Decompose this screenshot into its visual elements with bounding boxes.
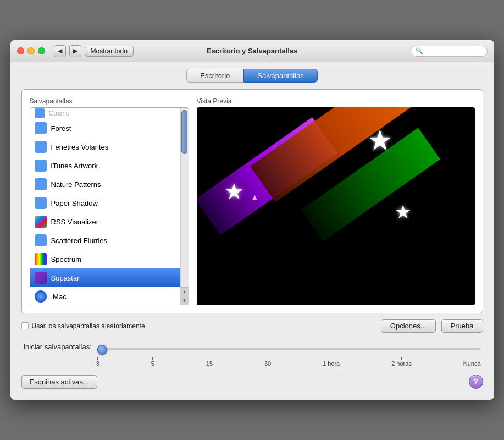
maximize-button[interactable] [38,47,45,54]
item-label: Scattered Flurries [51,237,108,245]
list-item[interactable]: .Mac [30,287,180,305]
tick-container: 3 5 15 30 [96,357,481,367]
star-bottom-right: ★ [395,201,411,223]
cursor-indicator: ▲ [251,193,259,202]
nav-controls: ◀ ▶ Mostrar todo [54,45,134,57]
item-label: Fenetres Volantes [51,143,109,151]
list-item-supastar[interactable]: Supastar [30,268,180,287]
tick-30: 30 [264,357,271,367]
close-button[interactable] [17,47,24,54]
item-icon [35,197,47,209]
slider-section: Iniciar salvapantallas: [21,343,483,367]
tick-never: Nunca [463,357,481,367]
tick-label: 5 [151,360,154,367]
tick-label: 2 horas [391,360,412,367]
item-label: iTunes Artwork [51,162,98,170]
content-area: Escritorio Salvapantallas Salvapantallas… [10,62,494,400]
preview-area: ★ ★ ★ ▲ [197,107,475,305]
item-label: Supastar [51,274,80,282]
main-panel: Salvapantallas Cosmo Forest [21,89,483,314]
item-icon [35,108,45,118]
item-icon [35,141,47,153]
list-item[interactable]: Scattered Flurries [30,231,180,250]
tab-salvapantallas[interactable]: Salvapantallas [243,69,318,82]
star-left: ★ [224,179,244,204]
item-icon [35,216,47,228]
tab-bar: Escritorio Salvapantallas [21,69,483,82]
item-label: .Mac [51,293,67,301]
tick-3: 3 [96,357,99,367]
tick-label: Nunca [463,360,481,367]
forward-button[interactable]: ▶ [69,45,81,57]
list-item[interactable]: Spectrum [30,250,180,268]
traffic-lights [17,47,45,54]
bottom-controls-row: Usar los salvapantallas aleatoriamente O… [21,319,483,333]
item-label: Cosmo [49,109,70,117]
corners-button[interactable]: Esquinas activas... [21,375,97,389]
tick-5: 5 [151,357,154,367]
list-item[interactable]: Paper Shadow [30,194,180,212]
item-icon [35,160,47,172]
titlebar: ◀ ▶ Mostrar todo Escritorio y Salvapanta… [10,40,494,62]
list-item[interactable]: Fenetres Volantes [30,138,180,156]
list-item[interactable]: Forest [30,119,180,138]
item-label: Nature Patterns [51,180,101,189]
item-icon [35,234,47,246]
item-label: Spectrum [51,255,82,263]
star-top-right: ★ [367,124,393,157]
list-item[interactable]: iTunes Artwork [30,156,180,175]
scrollbar[interactable]: ▲ ▼ [180,108,189,305]
item-label: RSS Visualizer [51,218,98,226]
tick-1h: 1 hora [323,357,340,367]
slider-track-wrapper [97,344,481,355]
random-checkbox[interactable] [21,322,29,329]
window-title: Escritorio y Salvapantallas [207,47,297,55]
show-all-button[interactable]: Mostrar todo [85,46,134,57]
random-checkbox-label: Usar los salvapantallas aleatoriamente [32,322,145,330]
slider-track [97,348,481,350]
minimize-button[interactable] [27,47,35,54]
tick-marks-row: 3 5 15 30 [96,357,481,367]
search-icon: 🔍 [416,47,423,54]
options-button[interactable]: Opciones... [381,319,436,333]
slider-thumb[interactable] [97,345,107,355]
item-icon [35,178,47,190]
list-item[interactable]: RSS Visualizer [30,212,180,231]
tab-escritorio[interactable]: Escritorio [186,69,243,82]
item-label: Forest [51,124,71,133]
left-panel: Salvapantallas Cosmo Forest [30,97,189,305]
tick-label: 30 [264,360,271,367]
item-icon [35,290,47,302]
tick-label: 15 [206,360,213,367]
slider-label: Iniciar salvapantallas: [24,343,92,351]
test-button[interactable]: Prueba [441,319,483,333]
list-item[interactable]: Cosmo [30,108,180,119]
scrollbar-track[interactable] [181,108,189,287]
tick-label: 3 [96,360,99,367]
screensaver-list[interactable]: Cosmo Forest Fenetres Volantes iTun [30,108,180,305]
scrollbar-thumb[interactable] [181,110,187,154]
item-icon [35,122,47,134]
list-label: Salvapantallas [30,97,189,105]
item-icon [35,253,47,265]
item-label: Paper Shadow [51,199,98,207]
preview-label: Vista Previa [197,97,475,105]
scroll-down-arrow[interactable]: ▼ [180,296,189,305]
tick-label: 1 hora [323,360,340,367]
footer-row: Esquinas activas... ? [21,375,483,389]
right-panel: Vista Previa ★ ★ ★ ▲ [197,97,475,305]
tick-15: 15 [206,357,213,367]
slider-row: Iniciar salvapantallas: [24,343,481,367]
item-icon [35,272,47,284]
scroll-up-arrow[interactable]: ▲ [180,287,189,296]
search-box[interactable]: 🔍 [411,46,488,57]
main-window: ◀ ▶ Mostrar todo Escritorio y Salvapanta… [10,40,494,400]
list-container: Cosmo Forest Fenetres Volantes iTun [30,107,189,305]
help-button[interactable]: ? [469,375,483,389]
back-button[interactable]: ◀ [54,45,66,57]
random-checkbox-row: Usar los salvapantallas aleatoriamente [21,322,375,330]
list-item[interactable]: Nature Patterns [30,175,180,194]
slider-container: 3 5 15 30 [97,343,481,367]
tick-2h: 2 horas [391,357,412,367]
